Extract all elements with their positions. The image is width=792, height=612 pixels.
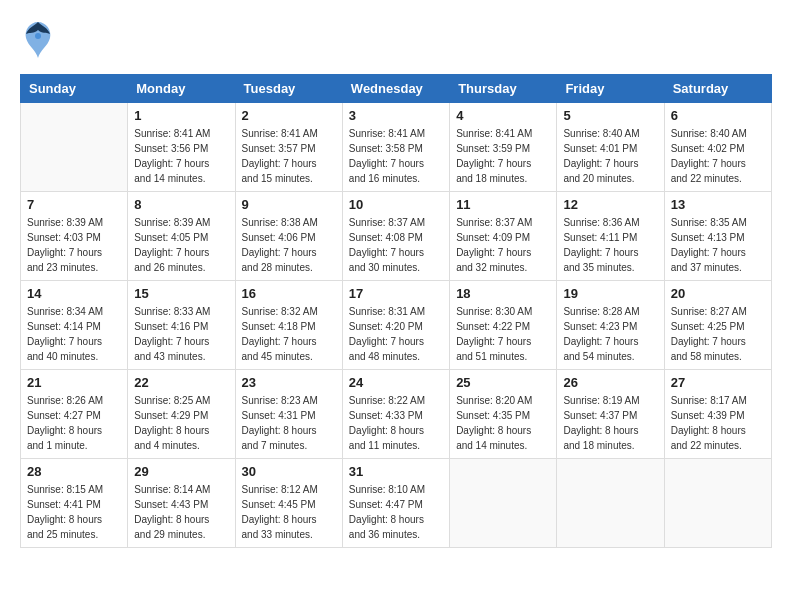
day-number: 18 (456, 286, 550, 301)
day-cell: 5Sunrise: 8:40 AM Sunset: 4:01 PM Daylig… (557, 103, 664, 192)
day-cell: 26Sunrise: 8:19 AM Sunset: 4:37 PM Dayli… (557, 370, 664, 459)
day-info: Sunrise: 8:23 AM Sunset: 4:31 PM Dayligh… (242, 393, 336, 453)
week-row-4: 28Sunrise: 8:15 AM Sunset: 4:41 PM Dayli… (21, 459, 772, 548)
day-cell: 18Sunrise: 8:30 AM Sunset: 4:22 PM Dayli… (450, 281, 557, 370)
day-info: Sunrise: 8:40 AM Sunset: 4:02 PM Dayligh… (671, 126, 765, 186)
day-number: 2 (242, 108, 336, 123)
day-info: Sunrise: 8:28 AM Sunset: 4:23 PM Dayligh… (563, 304, 657, 364)
day-number: 19 (563, 286, 657, 301)
day-info: Sunrise: 8:39 AM Sunset: 4:03 PM Dayligh… (27, 215, 121, 275)
day-cell: 24Sunrise: 8:22 AM Sunset: 4:33 PM Dayli… (342, 370, 449, 459)
day-number: 11 (456, 197, 550, 212)
day-cell: 6Sunrise: 8:40 AM Sunset: 4:02 PM Daylig… (664, 103, 771, 192)
day-info: Sunrise: 8:41 AM Sunset: 3:58 PM Dayligh… (349, 126, 443, 186)
day-cell: 27Sunrise: 8:17 AM Sunset: 4:39 PM Dayli… (664, 370, 771, 459)
day-number: 5 (563, 108, 657, 123)
day-info: Sunrise: 8:14 AM Sunset: 4:43 PM Dayligh… (134, 482, 228, 542)
day-info: Sunrise: 8:37 AM Sunset: 4:09 PM Dayligh… (456, 215, 550, 275)
day-number: 16 (242, 286, 336, 301)
day-cell: 15Sunrise: 8:33 AM Sunset: 4:16 PM Dayli… (128, 281, 235, 370)
day-info: Sunrise: 8:40 AM Sunset: 4:01 PM Dayligh… (563, 126, 657, 186)
day-number: 9 (242, 197, 336, 212)
day-cell: 3Sunrise: 8:41 AM Sunset: 3:58 PM Daylig… (342, 103, 449, 192)
day-number: 14 (27, 286, 121, 301)
day-info: Sunrise: 8:34 AM Sunset: 4:14 PM Dayligh… (27, 304, 121, 364)
calendar-table: SundayMondayTuesdayWednesdayThursdayFrid… (20, 74, 772, 548)
day-cell: 23Sunrise: 8:23 AM Sunset: 4:31 PM Dayli… (235, 370, 342, 459)
day-number: 22 (134, 375, 228, 390)
page-header (20, 20, 772, 64)
day-number: 29 (134, 464, 228, 479)
day-info: Sunrise: 8:33 AM Sunset: 4:16 PM Dayligh… (134, 304, 228, 364)
day-number: 12 (563, 197, 657, 212)
day-cell (21, 103, 128, 192)
day-header-saturday: Saturday (664, 75, 771, 103)
day-number: 28 (27, 464, 121, 479)
day-cell: 30Sunrise: 8:12 AM Sunset: 4:45 PM Dayli… (235, 459, 342, 548)
day-info: Sunrise: 8:41 AM Sunset: 3:57 PM Dayligh… (242, 126, 336, 186)
day-header-thursday: Thursday (450, 75, 557, 103)
day-cell: 1Sunrise: 8:41 AM Sunset: 3:56 PM Daylig… (128, 103, 235, 192)
day-info: Sunrise: 8:17 AM Sunset: 4:39 PM Dayligh… (671, 393, 765, 453)
day-number: 6 (671, 108, 765, 123)
day-cell: 19Sunrise: 8:28 AM Sunset: 4:23 PM Dayli… (557, 281, 664, 370)
day-header-wednesday: Wednesday (342, 75, 449, 103)
day-cell: 7Sunrise: 8:39 AM Sunset: 4:03 PM Daylig… (21, 192, 128, 281)
day-number: 15 (134, 286, 228, 301)
day-number: 17 (349, 286, 443, 301)
day-info: Sunrise: 8:32 AM Sunset: 4:18 PM Dayligh… (242, 304, 336, 364)
day-info: Sunrise: 8:26 AM Sunset: 4:27 PM Dayligh… (27, 393, 121, 453)
day-number: 13 (671, 197, 765, 212)
week-row-0: 1Sunrise: 8:41 AM Sunset: 3:56 PM Daylig… (21, 103, 772, 192)
day-number: 10 (349, 197, 443, 212)
day-cell: 25Sunrise: 8:20 AM Sunset: 4:35 PM Dayli… (450, 370, 557, 459)
day-info: Sunrise: 8:25 AM Sunset: 4:29 PM Dayligh… (134, 393, 228, 453)
day-number: 30 (242, 464, 336, 479)
day-info: Sunrise: 8:10 AM Sunset: 4:47 PM Dayligh… (349, 482, 443, 542)
day-cell: 20Sunrise: 8:27 AM Sunset: 4:25 PM Dayli… (664, 281, 771, 370)
svg-point-0 (35, 33, 41, 39)
day-info: Sunrise: 8:35 AM Sunset: 4:13 PM Dayligh… (671, 215, 765, 275)
day-header-friday: Friday (557, 75, 664, 103)
day-header-monday: Monday (128, 75, 235, 103)
day-cell: 10Sunrise: 8:37 AM Sunset: 4:08 PM Dayli… (342, 192, 449, 281)
week-row-2: 14Sunrise: 8:34 AM Sunset: 4:14 PM Dayli… (21, 281, 772, 370)
day-cell: 9Sunrise: 8:38 AM Sunset: 4:06 PM Daylig… (235, 192, 342, 281)
day-info: Sunrise: 8:38 AM Sunset: 4:06 PM Dayligh… (242, 215, 336, 275)
day-info: Sunrise: 8:36 AM Sunset: 4:11 PM Dayligh… (563, 215, 657, 275)
day-info: Sunrise: 8:39 AM Sunset: 4:05 PM Dayligh… (134, 215, 228, 275)
day-number: 27 (671, 375, 765, 390)
day-info: Sunrise: 8:12 AM Sunset: 4:45 PM Dayligh… (242, 482, 336, 542)
day-info: Sunrise: 8:41 AM Sunset: 3:56 PM Dayligh… (134, 126, 228, 186)
day-cell: 4Sunrise: 8:41 AM Sunset: 3:59 PM Daylig… (450, 103, 557, 192)
day-number: 31 (349, 464, 443, 479)
day-number: 7 (27, 197, 121, 212)
day-header-tuesday: Tuesday (235, 75, 342, 103)
day-cell: 8Sunrise: 8:39 AM Sunset: 4:05 PM Daylig… (128, 192, 235, 281)
day-cell: 16Sunrise: 8:32 AM Sunset: 4:18 PM Dayli… (235, 281, 342, 370)
day-number: 1 (134, 108, 228, 123)
day-cell: 11Sunrise: 8:37 AM Sunset: 4:09 PM Dayli… (450, 192, 557, 281)
day-info: Sunrise: 8:22 AM Sunset: 4:33 PM Dayligh… (349, 393, 443, 453)
day-cell: 28Sunrise: 8:15 AM Sunset: 4:41 PM Dayli… (21, 459, 128, 548)
day-cell: 12Sunrise: 8:36 AM Sunset: 4:11 PM Dayli… (557, 192, 664, 281)
day-info: Sunrise: 8:15 AM Sunset: 4:41 PM Dayligh… (27, 482, 121, 542)
week-row-1: 7Sunrise: 8:39 AM Sunset: 4:03 PM Daylig… (21, 192, 772, 281)
day-number: 26 (563, 375, 657, 390)
day-number: 24 (349, 375, 443, 390)
day-number: 8 (134, 197, 228, 212)
day-info: Sunrise: 8:19 AM Sunset: 4:37 PM Dayligh… (563, 393, 657, 453)
day-info: Sunrise: 8:20 AM Sunset: 4:35 PM Dayligh… (456, 393, 550, 453)
days-header-row: SundayMondayTuesdayWednesdayThursdayFrid… (21, 75, 772, 103)
day-info: Sunrise: 8:27 AM Sunset: 4:25 PM Dayligh… (671, 304, 765, 364)
week-row-3: 21Sunrise: 8:26 AM Sunset: 4:27 PM Dayli… (21, 370, 772, 459)
day-info: Sunrise: 8:31 AM Sunset: 4:20 PM Dayligh… (349, 304, 443, 364)
day-cell: 17Sunrise: 8:31 AM Sunset: 4:20 PM Dayli… (342, 281, 449, 370)
day-cell (450, 459, 557, 548)
day-number: 23 (242, 375, 336, 390)
day-header-sunday: Sunday (21, 75, 128, 103)
day-cell (664, 459, 771, 548)
logo (20, 20, 60, 64)
day-info: Sunrise: 8:41 AM Sunset: 3:59 PM Dayligh… (456, 126, 550, 186)
day-number: 3 (349, 108, 443, 123)
